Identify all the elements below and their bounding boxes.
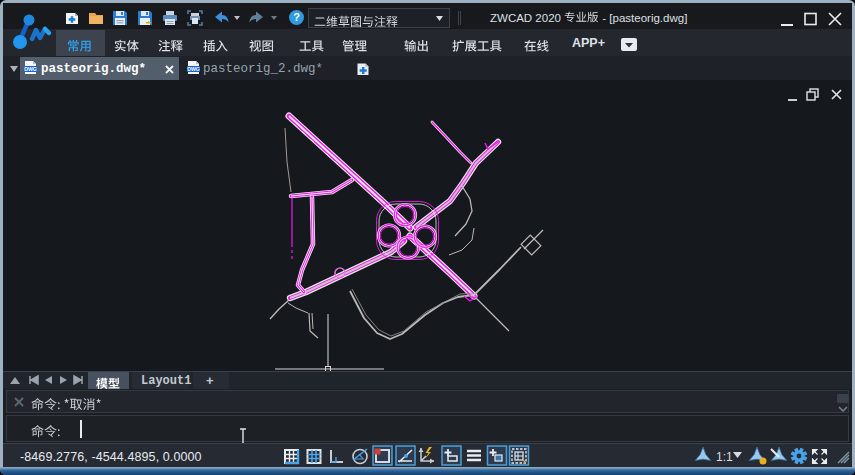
svg-text:DWG: DWG (187, 66, 200, 72)
svg-text:DWG: DWG (24, 66, 37, 72)
svg-text:1:1: 1:1 (716, 450, 733, 464)
